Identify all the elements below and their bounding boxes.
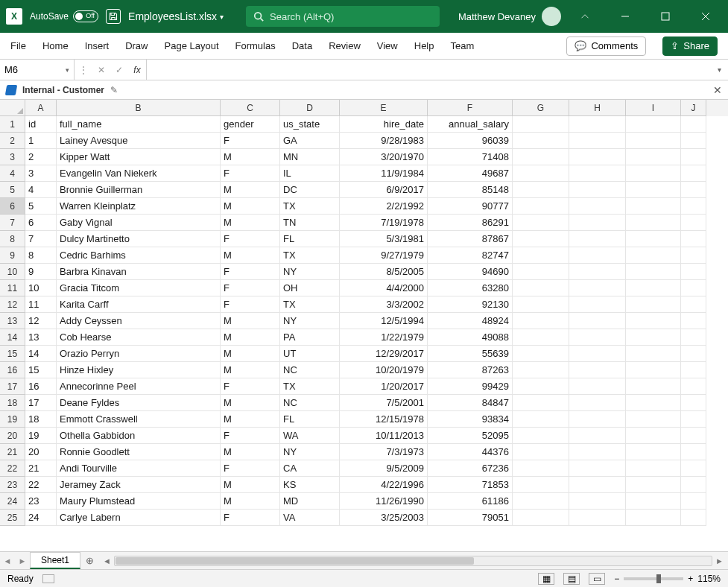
- cell[interactable]: Emmott Crasswell: [57, 411, 221, 428]
- cell[interactable]: Cedric Barhims: [57, 247, 221, 264]
- row-header[interactable]: 4: [0, 165, 25, 182]
- cell[interactable]: Kipper Watt: [57, 149, 221, 165]
- cell[interactable]: [513, 329, 569, 346]
- tab-page-layout[interactable]: Page Layout: [165, 40, 219, 51]
- cell[interactable]: 94690: [428, 264, 513, 280]
- cell[interactable]: F: [221, 460, 280, 477]
- cell[interactable]: M: [221, 313, 280, 329]
- cell[interactable]: 96039: [428, 133, 513, 149]
- cell[interactable]: Barbra Kinavan: [57, 264, 221, 280]
- cell[interactable]: 9/5/2009: [340, 460, 428, 477]
- cell[interactable]: [626, 215, 681, 231]
- cell[interactable]: [626, 165, 681, 182]
- row-header[interactable]: 3: [0, 149, 25, 165]
- cell[interactable]: [513, 231, 569, 247]
- row-header[interactable]: 1: [0, 116, 25, 133]
- cell[interactable]: full_name: [57, 116, 221, 133]
- cell[interactable]: [569, 280, 626, 296]
- cell[interactable]: UT: [280, 346, 340, 362]
- tab-view[interactable]: View: [377, 40, 398, 51]
- cell[interactable]: IL: [280, 165, 340, 182]
- cell[interactable]: M: [221, 444, 280, 460]
- cell[interactable]: WA: [280, 428, 340, 444]
- maximize-button[interactable]: [649, 0, 682, 33]
- cell[interactable]: [569, 395, 626, 411]
- cell[interactable]: 67236: [428, 460, 513, 477]
- cell[interactable]: [569, 165, 626, 182]
- row-header[interactable]: 6: [0, 198, 25, 215]
- cell[interactable]: M: [221, 149, 280, 165]
- cell[interactable]: 84847: [428, 395, 513, 411]
- cell[interactable]: 21: [25, 460, 57, 477]
- row-header[interactable]: 25: [0, 510, 25, 526]
- search-input[interactable]: Search (Alt+Q): [246, 6, 440, 27]
- cell[interactable]: [513, 264, 569, 280]
- cell[interactable]: 10/20/1979: [340, 362, 428, 378]
- cell[interactable]: [569, 428, 626, 444]
- cell[interactable]: 71408: [428, 149, 513, 165]
- cell[interactable]: TX: [280, 296, 340, 313]
- filename[interactable]: EmployeesList.xlsx ▾: [128, 10, 224, 22]
- cell[interactable]: 6: [25, 215, 57, 231]
- cell[interactable]: 18: [25, 411, 57, 428]
- cell[interactable]: [513, 313, 569, 329]
- cell[interactable]: KS: [280, 477, 340, 493]
- row-header[interactable]: 20: [0, 428, 25, 444]
- cell[interactable]: [569, 247, 626, 264]
- cell[interactable]: [626, 231, 681, 247]
- cell[interactable]: annual_salary: [428, 116, 513, 133]
- cell[interactable]: F: [221, 133, 280, 149]
- cell[interactable]: 2: [25, 149, 57, 165]
- cell[interactable]: 12: [25, 313, 57, 329]
- grid-rows[interactable]: 1idfull_namegenderus_statehire_dateannua…: [0, 116, 728, 551]
- cell[interactable]: TX: [280, 378, 340, 395]
- cell[interactable]: F: [221, 165, 280, 182]
- cell[interactable]: [513, 411, 569, 428]
- fx-icon[interactable]: fx: [128, 60, 146, 80]
- cell[interactable]: 24: [25, 510, 57, 526]
- row-header[interactable]: 15: [0, 346, 25, 362]
- cell[interactable]: [681, 133, 706, 149]
- zoom-slider[interactable]: [624, 577, 683, 580]
- cell[interactable]: 52095: [428, 428, 513, 444]
- row-header[interactable]: 18: [0, 395, 25, 411]
- cell[interactable]: 15: [25, 362, 57, 378]
- tab-home[interactable]: Home: [42, 40, 69, 51]
- cell[interactable]: [681, 165, 706, 182]
- cell[interactable]: PA: [280, 329, 340, 346]
- add-sheet-button[interactable]: ⊕: [80, 555, 98, 566]
- cell[interactable]: gender: [221, 116, 280, 133]
- cell[interactable]: [569, 411, 626, 428]
- cell[interactable]: [681, 460, 706, 477]
- cell[interactable]: 19: [25, 428, 57, 444]
- cell[interactable]: 61186: [428, 493, 513, 510]
- cell[interactable]: 49687: [428, 165, 513, 182]
- cell[interactable]: VA: [280, 510, 340, 526]
- cell[interactable]: [681, 182, 706, 198]
- cell[interactable]: 63280: [428, 280, 513, 296]
- cell[interactable]: [569, 116, 626, 133]
- cell[interactable]: [626, 362, 681, 378]
- cell[interactable]: [681, 510, 706, 526]
- cell[interactable]: [513, 444, 569, 460]
- cell[interactable]: OH: [280, 280, 340, 296]
- cell[interactable]: GA: [280, 133, 340, 149]
- chevron-down-icon[interactable]: ▾: [66, 66, 69, 74]
- cell[interactable]: 9: [25, 264, 57, 280]
- cell[interactable]: NY: [280, 444, 340, 460]
- cell[interactable]: id: [25, 116, 57, 133]
- cell[interactable]: M: [221, 477, 280, 493]
- cell[interactable]: [681, 313, 706, 329]
- row-header[interactable]: 16: [0, 362, 25, 378]
- cell[interactable]: 22: [25, 477, 57, 493]
- cell[interactable]: NC: [280, 395, 340, 411]
- cell[interactable]: [569, 231, 626, 247]
- cell[interactable]: [513, 510, 569, 526]
- cell[interactable]: M: [221, 215, 280, 231]
- zoom-control[interactable]: − + 115%: [614, 574, 721, 584]
- cell[interactable]: Lainey Avesque: [57, 133, 221, 149]
- cell[interactable]: M: [221, 493, 280, 510]
- cell[interactable]: 16: [25, 378, 57, 395]
- cell[interactable]: 5/3/1981: [340, 231, 428, 247]
- cell[interactable]: Warren Kleinplatz: [57, 198, 221, 215]
